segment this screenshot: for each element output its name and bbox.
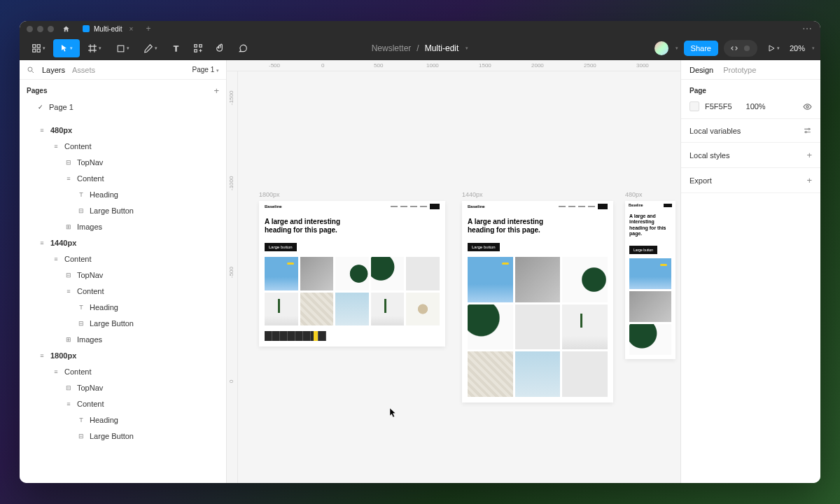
layer-row[interactable]: ≡Content (20, 170, 226, 186)
layer-label: TopNav (77, 158, 103, 167)
page-section-label: Page (690, 87, 812, 94)
window-menu-icon[interactable]: ⋯ (802, 23, 813, 34)
min-dot[interactable] (37, 26, 43, 32)
layer-row[interactable]: THeading (20, 299, 226, 315)
layer-label: Heading (90, 303, 118, 312)
page-opacity-value[interactable]: 100% (746, 102, 766, 111)
bar-icon: ⊟ (64, 384, 73, 391)
search-icon[interactable] (27, 66, 35, 74)
frame-1440[interactable]: 1440px Baseline A large and interesting … (462, 201, 613, 402)
frame-label[interactable]: 1440px (462, 191, 483, 198)
layer-label: Heading (90, 416, 118, 424)
layer-row[interactable]: ⊟TopNav (20, 154, 226, 170)
breadcrumb-project[interactable]: Newsletter (372, 43, 412, 53)
variables-settings-icon[interactable] (803, 126, 812, 135)
zoom-level[interactable]: 20% (790, 44, 805, 52)
layer-row[interactable]: ≡1440px (20, 234, 226, 251)
page-color-value[interactable]: F5F5F5 (705, 102, 732, 111)
pen-tool[interactable]: ▾ (137, 39, 164, 57)
avatar[interactable] (654, 41, 668, 55)
dev-mode-toggle[interactable] (724, 40, 757, 57)
dev-mode-icon (728, 42, 741, 55)
layer-label: 1440px (50, 239, 76, 247)
home-icon[interactable] (62, 25, 70, 33)
traffic-lights[interactable] (27, 26, 54, 32)
shape-tool[interactable]: ▾ (109, 39, 136, 57)
share-button[interactable]: Share (684, 41, 718, 56)
add-style-button[interactable]: + (806, 150, 812, 160)
page-item[interactable]: ✓ Page 1 (20, 99, 226, 115)
layer-row[interactable]: ⊟TopNav (20, 379, 226, 396)
ruler-vertical: -1500 -1000 -500 0 (227, 71, 238, 483)
document-tab[interactable]: Multi-edit × (83, 25, 133, 33)
add-export-button[interactable]: + (806, 175, 812, 186)
canvas-area[interactable]: -500 0 500 1000 1500 2000 2500 3000 -150… (227, 60, 680, 483)
main-menu-button[interactable]: ▾ (25, 39, 52, 57)
page-dropdown[interactable]: Page 1 ▾ (192, 66, 219, 74)
layer-row[interactable]: ⊞Images (20, 218, 226, 234)
layers-list[interactable]: ≡480px≡Content⊟TopNav≡ContentTHeading⊟La… (20, 122, 226, 483)
layer-row[interactable]: ≡1800px (20, 347, 226, 363)
layers-tab[interactable]: Layers (42, 66, 65, 74)
layer-row[interactable]: ≡Content (20, 138, 226, 154)
prototype-tab[interactable]: Prototype (723, 66, 756, 74)
line-icon: ≡ (64, 400, 73, 407)
close-dot[interactable] (27, 26, 33, 32)
T-icon: T (77, 191, 85, 198)
local-variables-label[interactable]: Local variables (690, 127, 741, 135)
frame-label[interactable]: 480px (625, 191, 643, 198)
new-tab-button[interactable]: + (146, 24, 150, 34)
tab-title: Multi-edit (94, 25, 122, 33)
local-styles-label[interactable]: Local styles (690, 151, 729, 160)
layer-row[interactable]: ≡480px (20, 122, 226, 138)
layer-row[interactable]: ≡Content (20, 251, 226, 267)
max-dot[interactable] (48, 26, 54, 32)
canvas[interactable]: 1800px Baseline A large and interesting … (238, 71, 680, 483)
breadcrumb-separator: / (416, 43, 419, 53)
layer-row[interactable]: ≡Content (20, 363, 226, 379)
tab-close-icon[interactable]: × (130, 25, 134, 33)
add-page-button[interactable]: + (214, 85, 219, 96)
layer-row[interactable]: ⊟TopNav (20, 267, 226, 283)
layer-row[interactable]: ⊟Large Button (20, 428, 226, 444)
visibility-icon[interactable] (803, 102, 812, 111)
page-color-swatch[interactable] (690, 102, 699, 111)
resources-tool[interactable] (188, 39, 209, 57)
bar-icon: ⊟ (77, 320, 85, 327)
layer-row[interactable]: ⊟Large Button (20, 202, 226, 218)
svg-rect-4 (118, 46, 124, 52)
design-tab[interactable]: Design (690, 66, 713, 74)
frame-label[interactable]: 1800px (259, 191, 280, 198)
export-label[interactable]: Export (690, 176, 712, 185)
layer-row[interactable]: ≡Content (20, 396, 226, 412)
text-tool[interactable] (165, 39, 186, 57)
layer-row[interactable]: ⊟Large Button (20, 315, 226, 331)
assets-tab[interactable]: Assets (72, 66, 95, 74)
layer-row[interactable]: ≡Content (20, 283, 226, 299)
layer-label: Content (77, 287, 104, 295)
svg-point-12 (805, 132, 806, 133)
layer-label: Images (77, 223, 102, 231)
layer-row[interactable]: THeading (20, 412, 226, 428)
layer-row[interactable]: THeading (20, 186, 226, 202)
comment-tool[interactable] (232, 39, 253, 57)
present-button[interactable]: ▾ (763, 39, 784, 57)
layer-row[interactable]: ⊞Images (20, 331, 226, 347)
figma-badge-icon (83, 25, 90, 32)
layer-label: Content (77, 400, 104, 408)
svg-point-8 (744, 46, 750, 51)
layer-label: Content (77, 174, 104, 183)
zoom-chevron-icon[interactable]: ▾ (812, 46, 815, 51)
move-tool[interactable]: ▾ (53, 39, 80, 57)
hand-tool[interactable] (210, 39, 231, 57)
grid-icon: ⊞ (64, 223, 73, 230)
breadcrumb-file[interactable]: Multi-edit (425, 43, 459, 53)
avatar-chevron-icon[interactable]: ▾ (676, 46, 678, 51)
frame-1800[interactable]: 1800px Baseline A large and interesting … (259, 201, 445, 346)
chevron-down-icon[interactable]: ▾ (465, 46, 468, 51)
dev-mode-toggle-circle (741, 42, 753, 55)
line-icon: ≡ (38, 239, 46, 246)
frame-480[interactable]: 480px Baseline A large and interesting h… (625, 201, 676, 359)
frame-tool[interactable]: ▾ (81, 39, 108, 57)
breadcrumb[interactable]: Newsletter / Multi-edit ▾ (372, 43, 469, 53)
